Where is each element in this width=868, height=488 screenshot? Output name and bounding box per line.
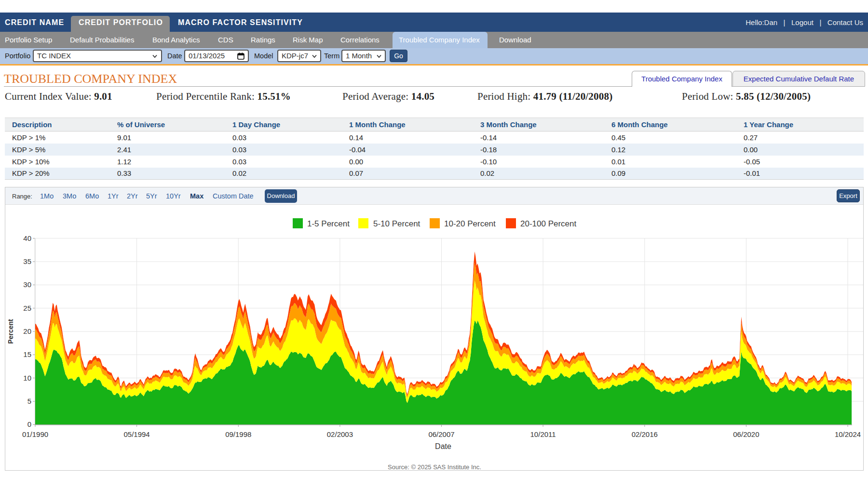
- svg-text:05/1994: 05/1994: [123, 430, 149, 438]
- svg-text:Date: Date: [435, 442, 451, 450]
- svg-text:35: 35: [23, 257, 31, 265]
- svg-text:06/2020: 06/2020: [733, 430, 759, 438]
- svg-text:15: 15: [23, 350, 31, 358]
- svg-text:10/2011: 10/2011: [530, 430, 556, 438]
- svg-text:0: 0: [27, 420, 31, 428]
- svg-text:5: 5: [27, 397, 31, 405]
- svg-text:02/2003: 02/2003: [327, 430, 353, 438]
- svg-text:20: 20: [23, 327, 31, 335]
- svg-text:25: 25: [23, 304, 31, 312]
- svg-text:06/2007: 06/2007: [428, 430, 454, 438]
- svg-text:30: 30: [23, 280, 31, 289]
- svg-text:40: 40: [23, 234, 31, 242]
- svg-text:Source: © 2025 SAS Institute I: Source: © 2025 SAS Institute Inc.: [388, 463, 481, 470]
- svg-text:Percent: Percent: [7, 319, 14, 344]
- svg-text:10: 10: [23, 374, 31, 382]
- svg-text:09/1998: 09/1998: [225, 430, 251, 438]
- svg-text:10/2024: 10/2024: [835, 430, 861, 438]
- svg-text:02/2016: 02/2016: [632, 430, 658, 438]
- svg-text:01/1990: 01/1990: [22, 430, 48, 438]
